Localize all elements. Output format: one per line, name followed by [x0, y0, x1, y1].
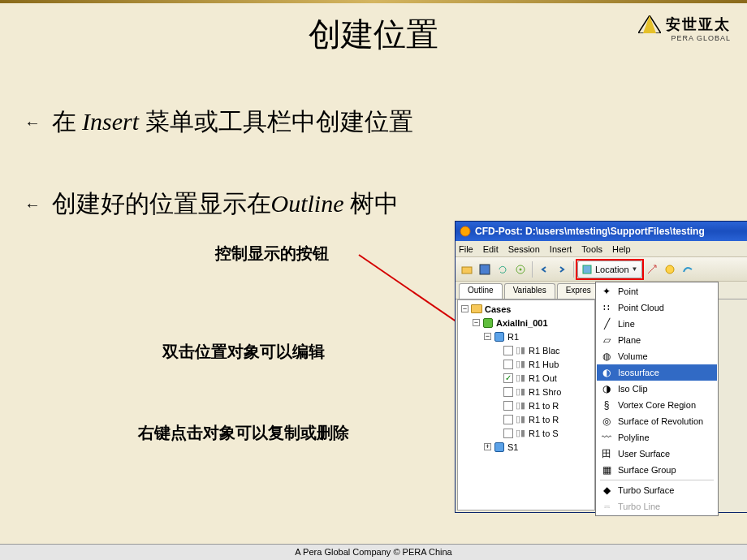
menu-item-surface-of-revolution[interactable]: ◎Surface of Revolution	[597, 413, 717, 429]
chevron-down-icon: ▼	[632, 265, 638, 273]
tree-label: R1 Blac	[529, 346, 560, 355]
menu-session[interactable]: Session	[508, 244, 540, 254]
menu-item-surface-group[interactable]: ▦Surface Group	[597, 462, 717, 478]
tree-label: R1 Hub	[529, 360, 559, 369]
menu-help[interactable]: Help	[612, 244, 631, 254]
visibility-checkbox[interactable]	[503, 429, 513, 438]
footer: A Pera Global Company © PERA China	[0, 544, 747, 560]
menu-item-polyline[interactable]: 〰Polyline	[597, 429, 717, 446]
menu-insert[interactable]: Insert	[550, 244, 572, 254]
collapse-icon[interactable]: −	[473, 319, 480, 326]
tree-row-boundary[interactable]: ▯▮R1 Shro	[458, 385, 594, 398]
menu-item-label: Polyline	[618, 433, 650, 442]
svg-point-4	[460, 226, 470, 236]
streamline-icon[interactable]	[680, 261, 696, 278]
location-dropdown[interactable]: Location ▼	[577, 261, 642, 278]
folder-icon	[471, 304, 482, 313]
menu-item-volume[interactable]: ◍Volume	[597, 348, 717, 364]
tree-row-boundary[interactable]: ▯▮R1 to R	[458, 412, 594, 426]
tree-row-cases[interactable]: − Cases	[458, 302, 594, 316]
tree-row-boundary[interactable]: ▯▮R1 to S	[458, 426, 594, 440]
tab-expressions[interactable]: Expres	[557, 283, 600, 299]
menu-item-line[interactable]: ╱Line	[597, 316, 717, 332]
menu-item-label: Surface Group	[618, 465, 676, 475]
open-icon[interactable]	[459, 261, 475, 278]
window-titlebar[interactable]: CFD-Post: D:\users\mtesting\SupportFiles…	[456, 222, 747, 241]
tree-label: R1 Out	[529, 373, 557, 383]
note-right-click: 右键点击对象可以复制或删除	[138, 422, 349, 444]
menu-item-icon: ◐	[600, 366, 613, 379]
location-label: Location	[595, 265, 629, 274]
top-stripe	[0, 0, 747, 3]
titlebar-app: CFD-Post:	[475, 226, 523, 237]
svg-point-10	[666, 265, 674, 274]
menu-item-label: Turbo Line	[618, 502, 660, 511]
tree-row-domain[interactable]: + S1	[458, 440, 594, 454]
app-icon	[459, 225, 472, 238]
refresh-icon[interactable]	[494, 261, 511, 278]
menu-item-label: Turbo Surface	[618, 485, 674, 495]
toolbar-separator	[532, 261, 533, 278]
collapse-icon[interactable]: −	[484, 333, 491, 340]
menu-item-user-surface[interactable]: 田User Surface	[597, 446, 717, 462]
menu-file[interactable]: File	[459, 244, 473, 254]
tree-label: AxialIni_001	[496, 318, 548, 328]
save-icon[interactable]	[477, 261, 493, 278]
tree-label: R1 Shro	[529, 387, 561, 397]
location-menu: ✦Point∷Point Cloud╱Line▱Plane◍Volume◐Iso…	[595, 282, 719, 516]
menu-item-point[interactable]: ✦Point	[597, 283, 717, 299]
note-control-buttons: 控制显示的按钮	[215, 243, 329, 265]
bullet1-italic: Insert	[82, 108, 139, 135]
menu-item-plane[interactable]: ▱Plane	[597, 332, 717, 348]
menu-edit[interactable]: Edit	[483, 244, 499, 254]
visibility-checkbox[interactable]: ✓	[503, 373, 513, 383]
menu-item-icon: 田	[600, 447, 613, 460]
menu-item-label: User Surface	[618, 449, 670, 459]
tree-label: R1	[507, 332, 519, 342]
domain-icon	[494, 442, 504, 452]
menu-item-icon: ◍	[600, 350, 613, 363]
menu-item-label: Vortex Core Region	[618, 400, 696, 410]
menu-bar: File Edit Session Insert Tools Help	[456, 241, 747, 257]
menu-tools[interactable]: Tools	[581, 244, 602, 254]
target-icon[interactable]	[512, 261, 529, 278]
tree-row-boundary[interactable]: ▯▮R1 Blac	[458, 343, 594, 357]
vector-icon[interactable]	[644, 261, 660, 278]
visibility-checkbox[interactable]	[503, 401, 513, 411]
bullet1-post: 菜单或工具栏中创建位置	[139, 108, 413, 135]
tree-row-boundary[interactable]: ▯▮R1 Hub	[458, 357, 594, 371]
tree-row-boundary[interactable]: ▯▮R1 to R	[458, 398, 594, 412]
menu-item-icon: ∷	[600, 301, 613, 314]
menu-item-vortex-core-region[interactable]: §Vortex Core Region	[597, 397, 717, 413]
expand-icon[interactable]: +	[484, 443, 491, 450]
tab-outline[interactable]: Outline	[459, 283, 503, 299]
tab-variables[interactable]: Variables	[504, 283, 555, 299]
tree-label: Cases	[485, 304, 511, 314]
collapse-icon[interactable]: −	[461, 305, 468, 312]
bullet-2: 创建好的位置显示在Outline 树中	[24, 187, 723, 221]
menu-item-label: Point	[618, 286, 638, 296]
bullet2-italic: Outline	[271, 190, 344, 217]
tree-row-boundary[interactable]: ✓▯▮R1 Out	[458, 371, 594, 385]
menu-item-iso-clip[interactable]: ◑Iso Clip	[597, 381, 717, 397]
menu-item-icon: ◎	[600, 415, 613, 428]
svg-point-8	[520, 268, 522, 270]
bullet2-pre: 创建好的位置显示在	[52, 190, 271, 217]
boundary-icon: ▯▮	[515, 373, 526, 384]
menu-item-turbo-surface[interactable]: ◆Turbo Surface	[597, 482, 717, 498]
contour-icon[interactable]	[662, 261, 678, 278]
undo-icon[interactable]	[536, 261, 552, 278]
boundary-icon: ▯▮	[515, 414, 526, 425]
visibility-checkbox[interactable]	[503, 387, 513, 397]
tree-label: S1	[507, 442, 518, 452]
visibility-checkbox[interactable]	[503, 360, 513, 369]
menu-item-isosurface[interactable]: ◐Isosurface	[597, 364, 717, 381]
menu-item-icon: ╱	[600, 317, 613, 330]
redo-icon[interactable]	[554, 261, 570, 278]
menu-item-point-cloud[interactable]: ∷Point Cloud	[597, 299, 717, 316]
tree-row-domain[interactable]: − R1	[458, 330, 594, 343]
tree-row-case[interactable]: − AxialIni_001	[458, 316, 594, 330]
visibility-checkbox[interactable]	[503, 415, 513, 424]
menu-item-label: Plane	[618, 335, 641, 345]
visibility-checkbox[interactable]	[503, 346, 513, 355]
